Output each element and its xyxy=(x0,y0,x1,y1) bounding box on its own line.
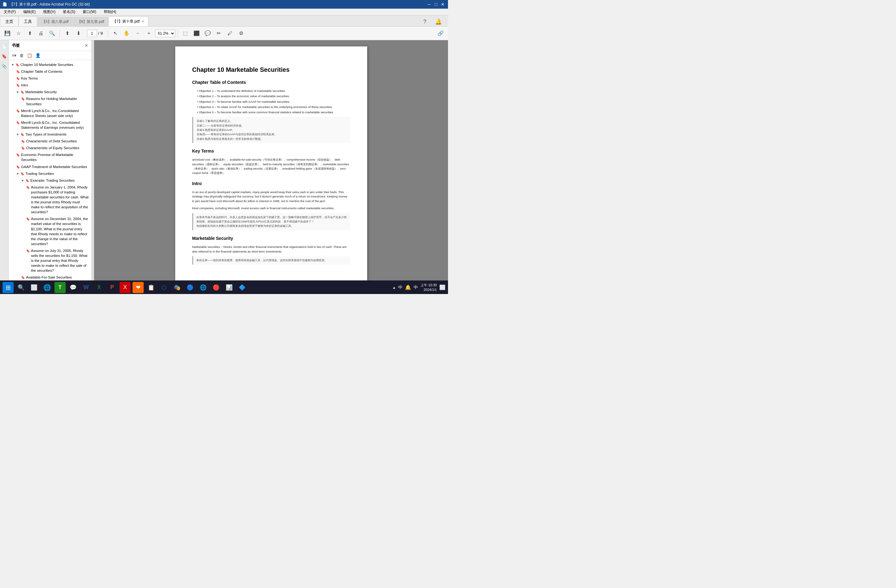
taskbar-icon-orange[interactable]: ❤ xyxy=(133,282,144,293)
upload-button[interactable]: ⬆ xyxy=(25,29,35,38)
taskbar-vscode[interactable]: ⬡ xyxy=(158,282,170,293)
bookmark-example-trading[interactable]: ▼ 🔖 Example: Trading Securities xyxy=(9,177,91,184)
zoom-in-button[interactable]: ＋ xyxy=(144,29,154,38)
tab-chapter9[interactable]: 【6】第九章.pdf xyxy=(73,17,108,26)
bookmark-toc[interactable]: 🔖 Chapter Table of Contents xyxy=(9,68,91,75)
resize-handle[interactable] xyxy=(91,40,94,280)
pdf-marketable-title: Marketable Security xyxy=(192,235,350,242)
help-icon[interactable]: ? xyxy=(422,17,428,26)
bookmark-equitychar[interactable]: 🔖 Characteristic of Equity Securities xyxy=(9,144,91,151)
minimize-button[interactable]: ─ xyxy=(426,2,432,7)
bookmark-afs[interactable]: 🔖 Available-For-Sale Securities xyxy=(9,274,91,280)
cursor-tool[interactable]: ↖ xyxy=(111,29,120,38)
menu-sign[interactable]: 签名(S) xyxy=(62,9,76,15)
bookmark-button[interactable]: ☆ xyxy=(14,29,24,38)
bookmark-q2[interactable]: 🔖 Assume on December 31, 2004, the marke… xyxy=(9,216,91,247)
bookmark-marketable[interactable]: ▼ 🔖 Marketable Security xyxy=(9,88,91,95)
bookmark-list-view[interactable]: ≡▾ xyxy=(11,52,17,58)
stamp-tool[interactable]: 🖊 xyxy=(225,29,235,38)
next-page-arrow[interactable]: ⬇ xyxy=(73,29,83,38)
maximize-button[interactable]: □ xyxy=(433,2,439,7)
hand-tool[interactable]: ✋ xyxy=(122,29,132,38)
bookmark-debtchar[interactable]: 🔖 Characteristic of Debt Securities xyxy=(9,138,91,144)
comment-button[interactable]: 💬 xyxy=(203,29,213,38)
start-button[interactable]: ⊞ xyxy=(3,282,14,293)
bookmark-trading[interactable]: ▼ 🔖 Trading Securities xyxy=(9,170,91,177)
taskbar-icon13[interactable]: 📊 xyxy=(224,282,235,293)
taskbar-wechat[interactable]: 💬 xyxy=(67,282,79,293)
bookmark-add[interactable]: 📋 xyxy=(26,52,33,58)
taskbar-excel[interactable]: X xyxy=(93,282,105,293)
bookmark-q3[interactable]: 🔖 Assume on July 31, 2005, Rhody sells t… xyxy=(9,247,91,274)
menu-file[interactable]: 文件(F) xyxy=(3,9,17,15)
prev-page-arrow[interactable]: ⬆ xyxy=(62,29,72,38)
pen-tool[interactable]: ✏ xyxy=(214,29,224,38)
marquee-tool[interactable]: ⬛ xyxy=(192,29,201,38)
bookmark-merrill1[interactable]: 🔖 Merrill Lynch＆Co., Inc.Consolidated Ba… xyxy=(9,107,91,119)
taskbar-ppt[interactable]: P xyxy=(107,282,118,293)
zoom-out-button[interactable]: － xyxy=(133,29,143,38)
menu-edit[interactable]: 编辑(E) xyxy=(22,9,37,15)
taskbar-icon14[interactable]: 🔷 xyxy=(236,282,248,293)
bookmark-merrill2[interactable]: 🔖 Merrill Lynch＆Co., Inc. Consolidated S… xyxy=(9,119,91,131)
search-button[interactable]: 🔍 xyxy=(47,29,57,38)
tab-chapter8[interactable]: 【5】第八章.pdf xyxy=(38,17,73,26)
taskbar-icon9[interactable]: 🎭 xyxy=(172,282,183,293)
tab-tools[interactable]: 工具 xyxy=(18,17,37,26)
select-tool[interactable]: ⬚ xyxy=(180,29,190,38)
systray-lang2[interactable]: 中 xyxy=(414,285,418,290)
taskbar-clock[interactable]: 上午 10:30 2024/1/1 xyxy=(421,283,437,292)
sidebar-bookmark-icon[interactable]: 🔖 xyxy=(1,53,8,60)
taskbar-edge2[interactable]: 🌐 xyxy=(198,282,209,293)
close-button[interactable]: ✕ xyxy=(440,2,445,7)
page-number-input[interactable] xyxy=(87,30,97,37)
systray-notification[interactable]: 🔔 xyxy=(405,284,411,290)
systray-expand[interactable]: ▲ xyxy=(393,286,396,289)
expand-twotypes[interactable]: ▼ xyxy=(16,132,19,137)
notification-icon[interactable]: 🔔 xyxy=(434,17,443,26)
menu-help[interactable]: 帮助(H) xyxy=(102,9,118,15)
save-button[interactable]: 💾 xyxy=(3,29,12,38)
expand-marketable[interactable]: ▼ xyxy=(16,90,19,94)
menu-window[interactable]: 窗口(W) xyxy=(81,9,97,15)
bookmark-q1[interactable]: 🔖 Assume on January 1, 2004, Rhody purch… xyxy=(9,184,91,216)
taskbar-t[interactable]: T xyxy=(55,282,66,293)
taskbar-taskview[interactable]: ⬜ xyxy=(29,282,40,293)
taskbar-edge[interactable]: 🌐 xyxy=(41,282,53,293)
tab-chapter10[interactable]: 【7】第十章.pdf ✕ xyxy=(109,17,148,26)
expand-example-trading[interactable]: ▼ xyxy=(21,179,24,183)
tab-chapter10-label: 【7】第十章.pdf xyxy=(113,19,140,24)
app-icon: 📄 xyxy=(3,2,7,6)
systray-lang[interactable]: 中 xyxy=(398,285,402,290)
pdf-area[interactable]: Chapter 10 Marketable Securities Chapter… xyxy=(94,40,448,280)
sidebar-comment-icon[interactable]: 📎 xyxy=(1,62,8,70)
bookmark-options[interactable]: 👤 xyxy=(35,52,41,58)
zoom-select[interactable]: 61.2% 50% 75% 100% 125% 150% xyxy=(155,30,175,37)
taskbar-search[interactable]: 🔍 xyxy=(15,282,27,293)
bookmark-keyterms[interactable]: 🔖 Key Terms xyxy=(9,75,91,82)
link-button[interactable]: 🔗 xyxy=(436,29,445,38)
bookmark-reasons[interactable]: 🔖 Reasons for Holding Marketable Securit… xyxy=(9,95,91,107)
bookmark-delete[interactable]: 🗑 xyxy=(19,52,24,58)
taskbar-icon-red[interactable]: X xyxy=(119,282,131,293)
taskbar-icon12[interactable]: 🔴 xyxy=(210,282,222,293)
print-button[interactable]: 🖨 xyxy=(36,29,46,38)
taskbar-teams[interactable]: 📋 xyxy=(146,282,157,293)
expand-chapter10[interactable]: ▼ xyxy=(11,63,14,67)
more-tools[interactable]: ⚙ xyxy=(236,29,246,38)
bookmark-intro[interactable]: 🔖 Intro xyxy=(9,82,91,88)
tab-close-icon[interactable]: ✕ xyxy=(142,20,144,24)
expand-trading[interactable]: ▼ xyxy=(16,172,19,176)
taskbar-icon10[interactable]: 🔵 xyxy=(184,282,196,293)
menu-view[interactable]: 视图(V) xyxy=(42,9,56,15)
bookmark-twotypes[interactable]: ▼ 🔖 Two Types of Investments xyxy=(9,131,91,138)
bookmark-chapter10[interactable]: ▼ 🔖 Chapter 10 Marketable Securities xyxy=(9,61,91,68)
tab-home[interactable]: 主页 xyxy=(0,17,18,26)
bookmarks-close-button[interactable]: ✕ xyxy=(85,43,88,48)
sidebar-page-icon[interactable]: 📄 xyxy=(1,43,8,50)
taskbar-word[interactable]: W xyxy=(81,282,91,293)
bookmark-icon-q3: 🔖 xyxy=(26,249,30,253)
bookmark-gaap[interactable]: 🔖 GAAP Treatment of Marketable Securitie… xyxy=(9,163,91,170)
bookmark-econpremise[interactable]: 🔖 Economic Premise of Marketable Securit… xyxy=(9,151,91,163)
taskbar-show-desktop[interactable]: ⬜ xyxy=(439,284,445,290)
